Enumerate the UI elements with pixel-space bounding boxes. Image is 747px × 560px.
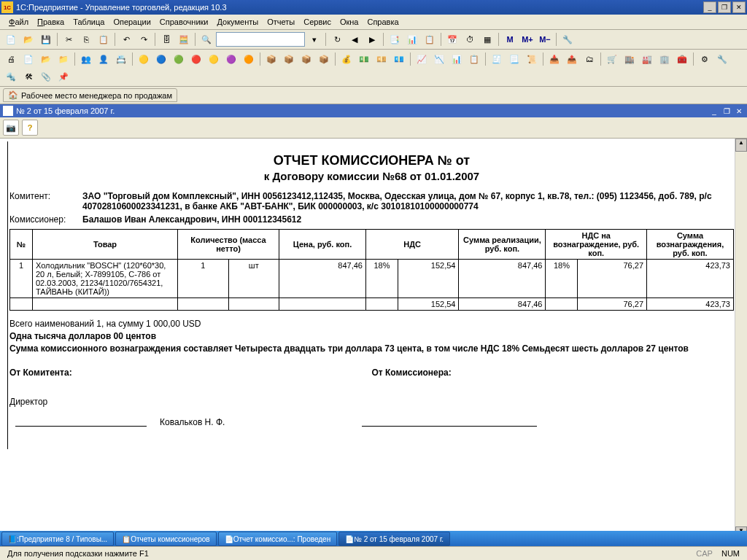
taskbtn-4[interactable]: 📄 № 2 от 15 февраля 2007 г. (338, 532, 450, 546)
t2-13-icon[interactable]: 🟣 (223, 51, 239, 67)
t2-38-icon[interactable]: ⚙ (697, 51, 713, 67)
t2-35-icon[interactable]: 🏭 (639, 51, 655, 67)
signer-name: Ковальков Н. Ф. (160, 417, 225, 427)
tool-b-icon[interactable]: 📊 (404, 31, 420, 47)
menu-table[interactable]: Таблица (69, 16, 109, 28)
menu-edit[interactable]: Правка (33, 16, 69, 28)
doc-close-button[interactable]: ✕ (734, 106, 744, 116)
taskbtn-3[interactable]: 📄 Отчет комиссио...: Проведен (218, 532, 337, 546)
t2-19-icon[interactable]: 💰 (338, 51, 355, 67)
save-icon[interactable]: 💾 (38, 31, 54, 47)
cut-icon[interactable]: ✂ (61, 31, 77, 47)
t2-29-icon[interactable]: 📜 (524, 51, 540, 67)
refresh-icon[interactable]: ↻ (329, 31, 345, 47)
t2-22-icon[interactable]: 💶 (391, 51, 407, 67)
db-icon[interactable]: 🗄 (158, 31, 174, 47)
menu-file[interactable]: Файл (4, 16, 33, 28)
tool-c-icon[interactable]: 📋 (422, 31, 438, 47)
t2-16-icon[interactable]: 📦 (281, 51, 297, 67)
menu-documents[interactable]: Документы (212, 16, 263, 28)
t2-9-icon[interactable]: 🔵 (153, 51, 169, 67)
t2-20-icon[interactable]: 💵 (356, 51, 372, 67)
tool-a-icon[interactable]: 📑 (387, 31, 403, 47)
tab-manager-workspace[interactable]: 🏠 Рабочее место менеджера по продажам (3, 88, 177, 102)
print-preview-icon[interactable]: 📷 (3, 120, 19, 136)
m-plus-button[interactable]: M+ (519, 31, 535, 47)
calendar-icon[interactable]: 📅 (444, 31, 460, 47)
t2-3-icon[interactable]: 📂 (38, 51, 54, 67)
vertical-scrollbar[interactable]: ▲ ▼ (735, 139, 747, 540)
t2-25-icon[interactable]: 📊 (449, 51, 465, 67)
t2-11-icon[interactable]: 🔴 (188, 51, 204, 67)
t2-27-icon[interactable]: 🧾 (489, 51, 505, 67)
t2-28-icon[interactable]: 📃 (506, 51, 522, 67)
doc-minimize-button[interactable]: _ (709, 106, 719, 116)
calc-icon[interactable]: 🧮 (176, 31, 192, 47)
settings-icon[interactable]: 🔧 (560, 31, 576, 47)
t2-33-icon[interactable]: 🛒 (604, 51, 620, 67)
redo-icon[interactable]: ↷ (136, 31, 152, 47)
t2-10-icon[interactable]: 🟢 (171, 51, 187, 67)
minimize-button[interactable]: _ (703, 1, 716, 13)
t2-6-icon[interactable]: 👤 (96, 51, 112, 67)
t2-36-icon[interactable]: 🏢 (657, 51, 673, 67)
menu-reports[interactable]: Отчеты (263, 16, 299, 28)
taskbtn-2[interactable]: 📋 Отчеты комиссионеров (115, 532, 217, 546)
t2-7-icon[interactable]: 📇 (113, 51, 129, 67)
t2-12-icon[interactable]: 🟡 (206, 51, 222, 67)
taskbtn-1[interactable]: 📘 :Предприятие 8 / Типовы... (1, 532, 114, 546)
paste-icon[interactable]: 📋 (96, 31, 112, 47)
t2-21-icon[interactable]: 💴 (374, 51, 390, 67)
open-icon[interactable]: 📂 (20, 31, 36, 47)
menu-help[interactable]: Справка (363, 16, 403, 28)
t2-37-icon[interactable]: 🧰 (674, 51, 690, 67)
t2-14-icon[interactable]: 🟠 (241, 51, 257, 67)
m-button[interactable]: M (502, 31, 518, 47)
t2-26-icon[interactable]: 📋 (466, 51, 482, 67)
t2-1-icon[interactable]: 🖨 (3, 51, 19, 67)
menu-service[interactable]: Сервис (299, 16, 336, 28)
t2-39-icon[interactable]: 🔧 (714, 51, 730, 67)
forward-icon[interactable]: ▶ (364, 31, 380, 47)
find-icon[interactable]: 🔍 (198, 31, 214, 47)
t2-4-icon[interactable]: 📁 (55, 51, 71, 67)
t2-2-icon[interactable]: 📄 (20, 51, 36, 67)
tabbar: 🏠 Рабочее место менеджера по продажам (0, 87, 747, 104)
menu-catalogs[interactable]: Справочники (155, 16, 213, 28)
grid-icon[interactable]: ▦ (479, 31, 495, 47)
t2-18-icon[interactable]: 📦 (316, 51, 332, 67)
action-icon[interactable]: ▾ (306, 31, 322, 47)
t2-41-icon[interactable]: 🛠 (20, 69, 36, 85)
t2-30-icon[interactable]: 📥 (546, 51, 562, 67)
menubar: Файл Правка Таблица Операции Справочники… (0, 15, 747, 30)
t2-8-icon[interactable]: 🟡 (136, 51, 152, 67)
t2-31-icon[interactable]: 📤 (564, 51, 580, 67)
menu-operations[interactable]: Операции (109, 16, 155, 28)
app-icon: 1C (1, 1, 13, 13)
t2-42-icon[interactable]: 📎 (38, 69, 54, 85)
t2-34-icon[interactable]: 🏬 (622, 51, 638, 67)
m-minus-button[interactable]: M− (537, 31, 553, 47)
th-sum-reward: Сумма вознаграждения, руб. коп. (647, 230, 734, 260)
doc-restore-button[interactable]: ❐ (721, 106, 732, 116)
new-icon[interactable]: 📄 (3, 31, 19, 47)
t2-40-icon[interactable]: 🔩 (3, 69, 19, 85)
close-button[interactable]: ✕ (732, 1, 746, 13)
t2-43-icon[interactable]: 📌 (55, 69, 71, 85)
back-icon[interactable]: ◀ (347, 31, 363, 47)
undo-icon[interactable]: ↶ (118, 31, 134, 47)
t2-24-icon[interactable]: 📉 (431, 51, 447, 67)
menu-windows[interactable]: Окна (336, 16, 363, 28)
t2-23-icon[interactable]: 📈 (414, 51, 430, 67)
t2-15-icon[interactable]: 📦 (263, 51, 279, 67)
restore-button[interactable]: ❐ (718, 1, 731, 13)
toolbar-row2: 🖨 📄 📂 📁 👥 👤 📇 🟡 🔵 🟢 🔴 🟡 🟣 🟠 📦 📦 📦 📦 💰 💵 … (0, 50, 747, 87)
t2-32-icon[interactable]: 🗂 (581, 51, 597, 67)
t2-17-icon[interactable]: 📦 (298, 51, 314, 67)
search-input[interactable] (216, 32, 305, 47)
clock-icon[interactable]: ⏱ (462, 31, 478, 47)
summary-line-2: Одна тысяча долларов 00 центов (9, 330, 734, 343)
help-icon[interactable]: ? (22, 120, 38, 136)
t2-5-icon[interactable]: 👥 (78, 51, 94, 67)
copy-icon[interactable]: ⎘ (78, 31, 94, 47)
